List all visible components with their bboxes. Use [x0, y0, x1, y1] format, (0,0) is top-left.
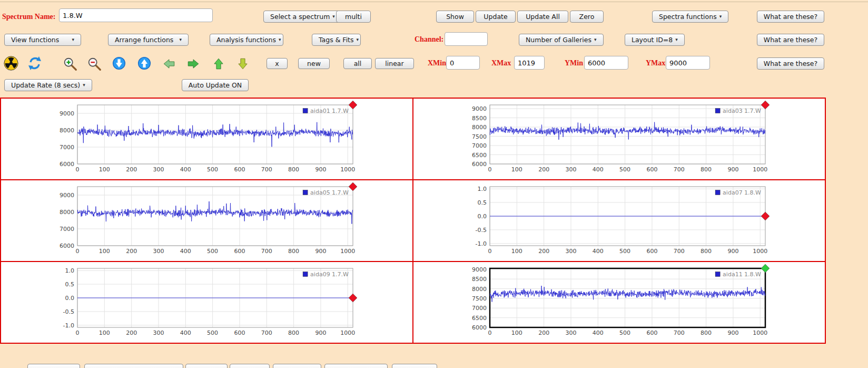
spectrum-name-input[interactable]	[59, 8, 213, 22]
analysis-functions-dropdown[interactable]: Analysis functions ▾	[210, 34, 283, 46]
bottom-toolbar-button-1[interactable]	[27, 364, 80, 368]
layout-id-dropdown[interactable]: Layout ID=8 ▾	[625, 34, 685, 46]
all-button[interactable]: all	[343, 58, 372, 69]
svg-text:800: 800	[701, 248, 712, 255]
svg-text:500: 500	[207, 248, 218, 255]
auto-update-button[interactable]: Auto Update ON	[182, 79, 249, 91]
xmin-input[interactable]	[446, 56, 480, 70]
svg-text:6500: 6500	[472, 152, 487, 159]
svg-text:600: 600	[646, 166, 657, 173]
spectrum-panel-5[interactable]: 01002003004005006007008009001000-1.0-0.5…	[1, 262, 412, 343]
svg-text:500: 500	[619, 166, 630, 173]
arrow-up-icon[interactable]	[212, 56, 225, 72]
svg-text:6000: 6000	[60, 161, 74, 168]
svg-text:200: 200	[538, 248, 549, 255]
svg-text:800: 800	[701, 166, 712, 173]
arrow-down-circle-icon[interactable]	[112, 56, 126, 71]
svg-text:aida09 1.7.W: aida09 1.7.W	[310, 271, 349, 278]
show-button[interactable]: Show	[436, 11, 474, 23]
svg-text:100: 100	[99, 330, 110, 336]
bottom-toolbar-button-2[interactable]	[84, 364, 183, 368]
bottom-toolbar-button-3[interactable]	[185, 364, 228, 368]
radiation-icon[interactable]	[3, 55, 19, 71]
update-all-button[interactable]: Update All	[517, 11, 568, 23]
svg-text:0.0: 0.0	[65, 295, 75, 302]
refresh-icon[interactable]	[26, 55, 43, 72]
new-button[interactable]: new	[298, 58, 330, 69]
svg-text:800: 800	[288, 166, 299, 173]
spectra-functions-dropdown[interactable]: Spectra functions ▾	[652, 11, 728, 23]
arrow-up-circle-icon[interactable]	[137, 56, 152, 71]
svg-text:400: 400	[180, 248, 191, 255]
svg-text:-0.5: -0.5	[63, 308, 74, 315]
ymin-input[interactable]	[584, 56, 628, 70]
svg-text:500: 500	[207, 166, 218, 173]
svg-text:500: 500	[619, 330, 630, 336]
arrange-functions-dropdown[interactable]: Arrange functions ▾	[108, 34, 189, 46]
spectrum-panel-1[interactable]: 0100200300400500600700800900100060007000…	[1, 99, 412, 179]
tags-fits-dropdown[interactable]: Tags & Fits ▾	[312, 34, 361, 46]
chevron-down-icon: ▾	[675, 37, 678, 42]
svg-text:600: 600	[646, 248, 657, 255]
x-button[interactable]: x	[267, 58, 288, 69]
svg-text:7000: 7000	[472, 142, 487, 149]
svg-text:300: 300	[565, 248, 576, 255]
svg-text:700: 700	[261, 166, 272, 173]
svg-text:200: 200	[126, 166, 137, 173]
update-button[interactable]: Update	[476, 11, 516, 23]
bottom-toolbar-button-5[interactable]	[273, 364, 321, 368]
arrow-down-icon[interactable]	[236, 56, 250, 72]
zoom-in-icon[interactable]	[62, 56, 78, 72]
update-rate-dropdown[interactable]: Update Rate (8 secs) ▾	[4, 79, 92, 91]
svg-text:0.5: 0.5	[65, 281, 75, 288]
svg-text:-1.0: -1.0	[476, 240, 487, 247]
top-divider	[0, 2, 868, 2]
view-functions-dropdown[interactable]: View functions ▾	[4, 34, 81, 46]
xmin-label: XMin	[428, 59, 446, 67]
svg-text:-1.0: -1.0	[63, 322, 74, 329]
svg-text:800: 800	[288, 248, 299, 255]
svg-text:800: 800	[701, 330, 712, 336]
zoom-out-icon[interactable]	[86, 56, 102, 72]
svg-text:1000: 1000	[753, 330, 767, 336]
spectrum-chart: 0100200300400500600700800900100060006500…	[413, 99, 825, 179]
svg-text:1.0: 1.0	[478, 186, 487, 192]
svg-text:6000: 6000	[60, 243, 74, 249]
what-are-these-button-1[interactable]: What are these?	[757, 11, 824, 23]
spectrum-panel-4[interactable]: 01002003004005006007008009001000-1.0-0.5…	[413, 180, 825, 261]
svg-text:7000: 7000	[60, 144, 74, 151]
channel-input[interactable]	[445, 32, 488, 46]
xmax-input[interactable]	[514, 56, 545, 70]
bottom-toolbar-button-6[interactable]	[324, 364, 388, 368]
svg-text:9000: 9000	[472, 266, 487, 273]
spectrum-chart: 01002003004005006007008009001000-1.0-0.5…	[1, 262, 412, 343]
spectrum-panel-3[interactable]: 0100200300400500600700800900100060007000…	[1, 180, 412, 261]
what-are-these-button-2[interactable]: What are these?	[757, 34, 824, 46]
svg-text:100: 100	[511, 248, 522, 255]
spectrum-name-label: Spectrum Name:	[2, 13, 55, 21]
linear-button[interactable]: linear	[375, 58, 414, 69]
chevron-down-icon: ▾	[332, 14, 335, 19]
svg-text:1000: 1000	[340, 248, 355, 255]
arrow-right-icon[interactable]	[185, 57, 201, 71]
number-of-galleries-dropdown[interactable]: Number of Galleries ▾	[519, 34, 604, 46]
svg-text:aida11 1.8.W: aida11 1.8.W	[723, 271, 761, 278]
svg-text:200: 200	[126, 248, 137, 255]
zero-button[interactable]: Zero	[570, 11, 604, 23]
bottom-toolbar-button-7[interactable]	[392, 364, 437, 368]
what-are-these-button-3[interactable]: What are these?	[757, 57, 824, 70]
spectrum-viewer-app: Spectrum Name: Select a spectrum ▾ multi…	[0, 0, 868, 368]
select-spectrum-dropdown[interactable]: Select a spectrum ▾	[263, 11, 342, 23]
svg-text:0: 0	[76, 166, 80, 173]
bottom-toolbar-button-4[interactable]	[230, 364, 270, 368]
svg-text:1000: 1000	[340, 166, 355, 173]
arrow-left-icon[interactable]	[161, 57, 177, 71]
svg-text:300: 300	[565, 330, 576, 336]
spectrum-panel-6[interactable]: 0100200300400500600700800900100060006500…	[413, 262, 825, 343]
chevron-down-icon: ▾	[72, 37, 74, 42]
multi-button[interactable]: multi	[336, 11, 371, 23]
spectrum-panel-2[interactable]: 0100200300400500600700800900100060006500…	[413, 99, 825, 179]
svg-text:0.5: 0.5	[478, 199, 487, 206]
ymax-input[interactable]	[666, 56, 710, 70]
svg-text:500: 500	[207, 330, 218, 336]
